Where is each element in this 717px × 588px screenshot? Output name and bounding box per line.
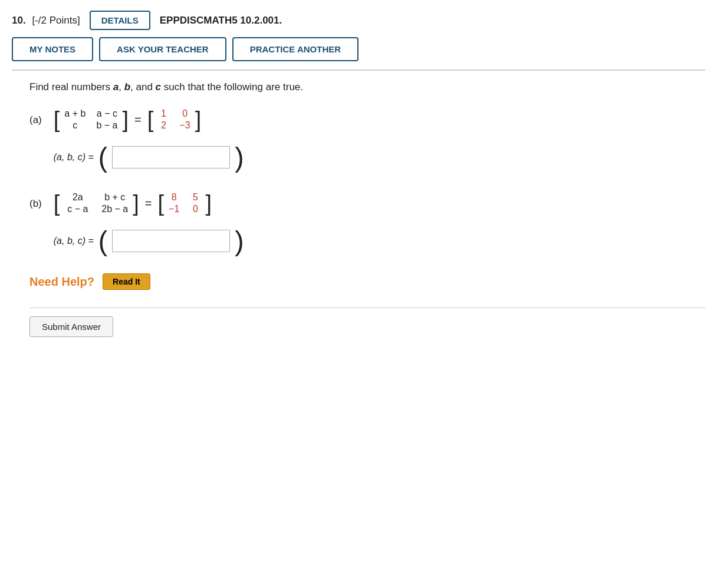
part-b-left-cells: 2a b + c c − a 2b − a <box>61 190 131 217</box>
close-paren-a: ) <box>235 144 244 171</box>
part-a-left-matrix: [ a + b a − c c b − a ] <box>54 106 129 133</box>
problem-code: EPPDISCMATH5 10.2.001. <box>160 15 282 27</box>
part-b-right-matrix: [ 8 5 −1 0 ] <box>157 190 212 217</box>
right-bracket-b: ] <box>133 190 139 217</box>
part-a: (a) [ a + b a − c c b − a <box>29 106 705 171</box>
submit-answer-button[interactable]: Submit Answer <box>29 316 113 337</box>
a-r-r2c1: 2 <box>158 120 169 131</box>
points-label: [-/2 Points] <box>32 15 80 26</box>
practice-another-button[interactable]: PRACTICE ANOTHER <box>232 37 358 61</box>
problem-intro: Find real numbers a, b, and c such that … <box>29 81 705 93</box>
b-r-r1c1: 8 <box>169 192 179 203</box>
read-it-button[interactable]: Read It <box>103 273 150 290</box>
right-right-bracket-a: ] <box>195 106 202 133</box>
part-b-eq: = <box>145 197 152 210</box>
b-r-r1c2: 5 <box>190 192 200 203</box>
part-a-answer-label: (a, b, c) = <box>54 152 94 163</box>
details-button[interactable]: DETAILS <box>90 11 150 30</box>
need-help-label: Need Help? <box>29 275 94 289</box>
right-bracket-a: ] <box>122 106 129 133</box>
part-b-left-matrix: [ 2a b + c c − a 2b − a ] <box>54 190 139 217</box>
b-l-r1c1: 2a <box>64 192 91 203</box>
part-a-left-cells: a + b a − c c b − a <box>61 106 121 133</box>
left-bracket-a: [ <box>54 106 60 133</box>
right-right-bracket-b: ] <box>206 190 212 217</box>
part-b-matrix-eq: [ 2a b + c c − a 2b − a ] = <box>54 190 244 217</box>
part-a-answer-row: (a, b, c) = ( ) <box>54 144 244 171</box>
part-b-input[interactable] <box>112 230 230 252</box>
part-a-right-cells: 1 0 2 −3 <box>154 106 194 133</box>
a-l-r2c1: c <box>64 120 85 131</box>
part-b-label: (b) <box>29 190 42 210</box>
q-number: 10. <box>12 15 26 26</box>
a-r-r2c2: −3 <box>179 120 190 131</box>
left-bracket-b: [ <box>54 190 60 217</box>
part-a-input[interactable] <box>112 146 230 169</box>
open-paren-a: ( <box>98 144 107 171</box>
b-r-r2c2: 0 <box>190 204 200 214</box>
b-l-r2c2: 2b − a <box>101 204 128 214</box>
part-b: (b) [ 2a b + c c − a 2b − a <box>29 190 705 255</box>
action-buttons-row: MY NOTES ASK YOUR TEACHER PRACTICE ANOTH… <box>12 37 705 61</box>
close-paren-b: ) <box>235 227 244 255</box>
right-left-bracket-b: [ <box>157 190 164 217</box>
bottom-divider <box>29 308 705 308</box>
question-number: 10. [-/2 Points] <box>12 15 80 27</box>
part-a-label: (a) <box>29 106 42 126</box>
a-l-r1c2: a − c <box>96 108 117 119</box>
a-r-r1c2: 0 <box>179 108 190 119</box>
header-divider <box>12 70 705 71</box>
a-l-r2c2: b − a <box>96 120 117 131</box>
page-wrapper: 10. [-/2 Points] DETAILS EPPDISCMATH5 10… <box>0 0 717 588</box>
open-paren-b: ( <box>98 227 107 255</box>
part-a-matrix-eq: [ a + b a − c c b − a ] = <box>54 106 244 133</box>
part-b-answer-label: (a, b, c) = <box>54 236 94 246</box>
header-row: 10. [-/2 Points] DETAILS EPPDISCMATH5 10… <box>12 11 705 30</box>
part-b-answer-row: (a, b, c) = ( ) <box>54 227 244 255</box>
part-a-right-matrix: [ 1 0 2 −3 ] <box>147 106 202 133</box>
b-r-r2c1: −1 <box>169 204 179 214</box>
content-area: Find real numbers a, b, and c such that … <box>12 81 705 337</box>
my-notes-button[interactable]: MY NOTES <box>12 37 93 61</box>
a-l-r1c1: a + b <box>64 108 85 119</box>
ask-teacher-button[interactable]: ASK YOUR TEACHER <box>99 37 226 61</box>
part-a-eq: = <box>134 113 142 127</box>
b-l-r1c2: b + c <box>101 192 128 203</box>
right-left-bracket-a: [ <box>147 106 154 133</box>
b-l-r2c1: c − a <box>64 204 91 214</box>
need-help-row: Need Help? Read It <box>29 273 705 290</box>
part-b-right-cells: 8 5 −1 0 <box>165 190 205 217</box>
a-r-r1c1: 1 <box>158 108 169 119</box>
